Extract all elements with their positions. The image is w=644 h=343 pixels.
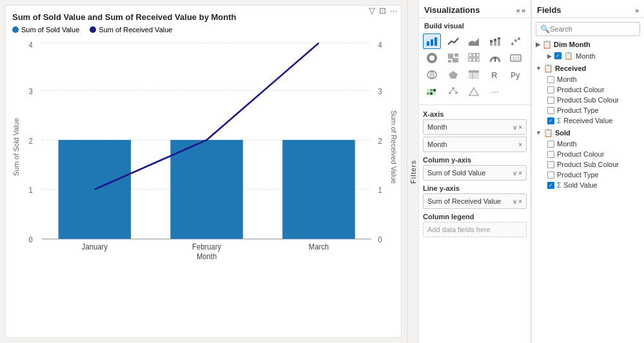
x-axis-field-1-controls[interactable]: × (518, 141, 522, 148)
viz-table[interactable] (465, 67, 483, 83)
sold-month-checkbox[interactable] (547, 141, 554, 148)
column-y-axis-controls[interactable]: ∨ × (512, 170, 522, 177)
viz-donut[interactable] (423, 50, 441, 66)
received-product-type-checkbox[interactable] (547, 107, 554, 114)
received-product-colour-checkbox[interactable] (547, 86, 554, 93)
viz-shape[interactable] (465, 84, 483, 99)
close-icon[interactable]: × (518, 124, 522, 131)
fields-search-box[interactable]: 🔍 (536, 22, 640, 36)
viz-treemap[interactable] (444, 50, 462, 66)
fields-panel-header: Fields » (532, 0, 644, 18)
chevron-down-icon[interactable]: ∨ (512, 124, 517, 131)
column-y-axis-field[interactable]: Sum of Sold Value ∨ × (423, 165, 527, 181)
tree-item-received-value[interactable]: Σ Received Value (534, 115, 641, 126)
bar-march[interactable] (282, 140, 355, 239)
svg-rect-65 (433, 92, 436, 95)
viz-stacked-bar[interactable] (486, 34, 504, 49)
received-month-label: Month (557, 75, 577, 83)
received-product-sub-colour-label: Product Sub Colour (557, 96, 619, 104)
viz-panel-title: Visualizations (424, 5, 480, 15)
fields-chevron-right[interactable]: » (635, 6, 639, 14)
viz-panel-chevrons[interactable]: « » (516, 6, 525, 14)
sold-product-type-checkbox[interactable] (547, 172, 554, 179)
tree-item-sold-value[interactable]: Σ Sold Value (534, 180, 641, 190)
tree-item-received-month[interactable]: Month (534, 74, 641, 84)
svg-rect-53 (469, 70, 479, 73)
search-input[interactable] (550, 25, 639, 33)
x-axis-field-0-controls[interactable]: ∨ × (512, 124, 522, 131)
line-y-axis-field[interactable]: Sum of Received Value ∨ × (423, 193, 527, 209)
tree-group-sold-header[interactable]: ▼ 📋 Sold (534, 127, 641, 139)
x-axis-field-0[interactable]: Month ∨ × (423, 119, 527, 135)
x-axis-field-1[interactable]: Month × (423, 137, 527, 152)
column-legend-placeholder-text: Add data fields here (427, 226, 491, 233)
tree-item-sold-product-colour[interactable]: Product Colour (534, 149, 641, 159)
chart-toolbar: ▽ ⊡ ··· (369, 6, 397, 15)
tree-item-sold-product-type[interactable]: Product Type (534, 170, 641, 180)
expand-icon[interactable]: ⊡ (379, 6, 386, 15)
viz-matrix[interactable] (465, 50, 483, 66)
tree-item-received-product-colour[interactable]: Product Colour (534, 84, 641, 95)
received-value-checkbox[interactable] (547, 117, 554, 124)
svg-rect-31 (498, 37, 500, 39)
tree-item-sold-month[interactable]: Month (534, 139, 641, 149)
viz-card[interactable]: 123 (507, 50, 525, 66)
viz-map[interactable] (423, 67, 441, 83)
viz-area-chart[interactable] (465, 34, 483, 49)
viz-more[interactable]: ··· (486, 84, 504, 99)
close-icon-3[interactable]: × (518, 170, 522, 177)
tree-item-sold-product-sub-colour[interactable]: Product Sub Colour (534, 159, 641, 170)
sold-product-sub-colour-checkbox[interactable] (547, 161, 554, 168)
svg-point-33 (514, 39, 517, 42)
viz-python[interactable]: Py (507, 67, 525, 83)
sold-chevron: ▼ (536, 130, 542, 136)
svg-rect-27 (490, 40, 493, 43)
received-month-checkbox[interactable] (547, 76, 554, 83)
chevron-left-icon[interactable]: « (516, 6, 520, 14)
column-y-axis-field-label: Sum of Sold Value (427, 169, 485, 177)
svg-text:March: March (309, 242, 329, 251)
close-icon-2[interactable]: × (518, 141, 522, 148)
fields-tree: ▶ 📋 Dim Month ▶ 📋 Month ▼ 📋 Received Mon… (532, 39, 644, 343)
tree-group-dim-month: ▶ 📋 Dim Month ▶ 📋 Month (534, 39, 641, 61)
dim-month-icon: 📋 (542, 40, 552, 49)
chevron-down-icon-2[interactable]: ∨ (512, 170, 517, 177)
viz-heatmap[interactable] (423, 84, 441, 99)
viz-filled-map[interactable] (444, 67, 462, 83)
svg-rect-39 (453, 58, 458, 63)
dim-month-month-checkbox[interactable] (554, 52, 561, 59)
svg-text:2: 2 (29, 136, 33, 144)
viz-gauge[interactable] (486, 50, 504, 66)
legend-received-label: Sum of Received Value (99, 26, 172, 34)
viz-scatter[interactable] (507, 34, 525, 49)
line-y-axis-controls[interactable]: ∨ × (512, 198, 522, 205)
tree-item-dim-month-month[interactable]: ▶ 📋 Month (534, 50, 641, 61)
received-value-sigma: Σ (557, 117, 561, 124)
svg-rect-41 (473, 54, 476, 57)
tree-item-received-product-type[interactable]: Product Type (534, 105, 641, 115)
dim-month-chevron: ▶ (536, 41, 540, 48)
sold-product-colour-checkbox[interactable] (547, 151, 554, 158)
received-product-sub-colour-checkbox[interactable] (547, 97, 554, 104)
chevron-right-icon[interactable]: » (522, 6, 525, 14)
column-legend-placeholder[interactable]: Add data fields here (423, 222, 527, 237)
column-y-axis-label: Column y-axis (423, 156, 527, 164)
svg-point-35 (428, 54, 436, 62)
viz-r-visual[interactable]: R (486, 67, 504, 83)
filter-icon[interactable]: ▽ (369, 6, 375, 15)
tree-item-received-product-sub-colour[interactable]: Product Sub Colour (534, 95, 641, 105)
viz-decomposition[interactable] (444, 84, 462, 99)
tree-group-dim-month-header[interactable]: ▶ 📋 Dim Month (534, 39, 641, 50)
chevron-down-icon-3[interactable]: ∨ (512, 198, 517, 205)
fields-panel-chevrons[interactable]: » (635, 6, 639, 14)
close-icon-4[interactable]: × (518, 198, 522, 205)
tree-group-received-header[interactable]: ▼ 📋 Received (534, 63, 641, 74)
more-icon[interactable]: ··· (390, 6, 397, 15)
viz-bar-chart[interactable] (423, 34, 441, 49)
bar-february[interactable] (170, 140, 242, 239)
viz-line-chart[interactable] (444, 34, 462, 49)
sold-value-checkbox[interactable] (547, 182, 554, 189)
sold-product-type-label: Product Type (557, 171, 599, 179)
x-axis-field-0-label: Month (427, 123, 447, 131)
svg-line-69 (450, 90, 453, 92)
